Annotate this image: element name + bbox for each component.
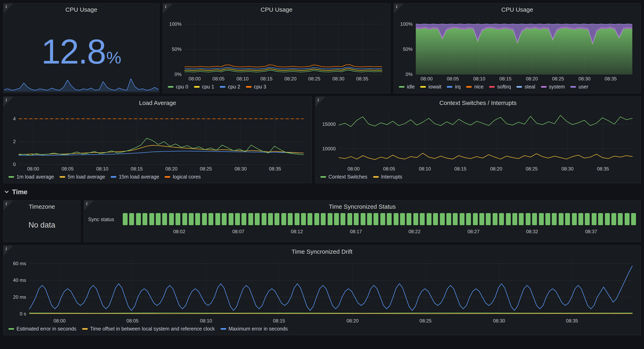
status-cell [440,213,444,225]
legend-item[interactable]: 15m load average [111,174,159,180]
panel-title[interactable]: Load Average [16,99,300,106]
dashboard-stage: i CPU Usage 12.8 % i CPU Usage 0%50%100%… [0,0,644,349]
panel-info-corner[interactable]: i [4,246,13,255]
panel-title[interactable]: Time Syncronized Status [96,203,628,210]
panel-info-corner[interactable]: i [394,3,404,13]
svg-text:08:20: 08:20 [166,166,178,171]
section-header-time[interactable]: Time [4,187,27,197]
legend-item[interactable]: system [541,84,565,90]
status-cell [228,213,233,225]
legend-item[interactable]: Time offset in between local system and … [82,326,215,332]
legend-label: cpu 0 [176,84,188,90]
legend-swatch [570,86,576,88]
legend-swatch [111,176,116,178]
legend-swatch [8,328,14,330]
svg-text:08:15: 08:15 [260,76,272,81]
legend-swatch [373,176,378,178]
load-average-chart[interactable]: 02408:0008:0508:1008:1508:2008:2508:3008… [7,108,308,172]
legend-item[interactable]: cpu 1 [194,84,214,90]
status-cell [176,213,180,225]
panel-info-corner[interactable]: i [4,201,13,210]
panel-title[interactable]: Time Syncronized Drift [16,248,628,255]
legend-item[interactable]: Context Switches [320,174,367,180]
status-cell [512,213,517,225]
legend-item[interactable]: cpu 2 [220,84,240,90]
legend-label: 1m load average [16,174,54,180]
legend-item[interactable]: steal [516,84,535,90]
panel-title[interactable]: CPU Usage [16,6,147,13]
legend-label: system [549,84,565,90]
svg-text:08:30: 08:30 [562,166,574,171]
chart-legend: Context SwitchesInterrupts [319,172,637,181]
legend-item[interactable]: 1m load average [8,174,54,180]
context-switches-chart[interactable]: 100001500008:0008:0508:1008:1508:2008:25… [319,108,637,172]
legend-item[interactable]: nice [466,84,484,90]
legend-item[interactable]: user [570,84,588,90]
panel-info-corner[interactable]: i [4,3,13,13]
legend-label: Context Switches [328,174,367,180]
panel-timezone: i Timezone No data [3,200,80,242]
svg-text:08:35: 08:35 [356,76,368,81]
status-cell [149,213,154,225]
legend-item[interactable]: softirq [489,84,511,90]
legend-item[interactable]: Estimated error in seconds [8,326,76,332]
stat-sparkline [4,75,158,92]
panel-cpu-usage-stat: i CPU Usage 12.8 % [3,3,160,93]
panel-title[interactable]: Timezone [16,203,68,210]
x-axis-label: 08:27 [468,229,480,234]
cpu-modes-stacked-chart[interactable]: 0%50%100%08:0008:0508:1008:1508:2008:250… [397,15,637,82]
panel-info-corner[interactable]: i [163,3,173,13]
status-history-cells[interactable] [123,213,636,225]
x-axis-label: 08:02 [173,229,185,234]
svg-text:0 s: 0 s [20,311,26,317]
legend-item[interactable]: irq [447,84,461,90]
svg-text:08:05: 08:05 [383,166,395,171]
panel-info-corner[interactable]: i [4,97,13,107]
status-cell [275,213,280,225]
legend-swatch [165,176,170,178]
time-drift-chart[interactable]: 0 s20 ms40 ms60 ms08:0008:0508:1008:1508… [7,257,637,325]
panel-title[interactable]: CPU Usage [175,6,378,13]
legend-label: cpu 2 [228,84,240,90]
legend-item[interactable]: idle [399,84,415,90]
legend-label: irq [455,84,461,90]
panel-title[interactable]: Context Switches / Interrupts [328,99,628,106]
status-cell [288,213,292,225]
status-cell [242,213,246,225]
legend-item[interactable]: Interrupts [373,174,402,180]
cpu-per-core-chart[interactable]: 0%50%100%08:0008:0508:1008:1508:2008:250… [166,15,387,82]
status-cell [532,213,537,225]
chart-legend: 1m load average5m load average15m load a… [7,172,308,181]
status-cell [605,213,610,225]
legend-label: softirq [497,84,511,90]
status-cell [559,213,564,225]
status-cell [565,213,570,225]
status-cell [572,213,576,225]
info-icon: i [165,4,166,9]
legend-item[interactable]: Maximum error in seconds [220,326,288,332]
panel-info-corner[interactable]: i [316,97,325,107]
panel-context-switches: i Context Switches / Interrupts 10000150… [315,96,641,183]
x-axis-label: 08:37 [585,229,597,234]
legend-item[interactable]: 5m load average [60,174,105,180]
legend-item[interactable]: cpu 0 [168,84,188,90]
svg-text:10000: 10000 [322,146,336,151]
legend-item[interactable]: logical cores [165,174,201,180]
legend-item[interactable]: cpu 3 [246,84,266,90]
status-cell [182,213,187,225]
panel-cpu-usage-per-core: i CPU Usage 0%50%100%08:0008:0508:1008:1… [162,3,390,93]
status-cell [592,213,596,225]
panel-info-corner[interactable]: i [84,201,94,210]
status-cell [136,213,141,225]
panel-title[interactable]: CPU Usage [406,6,628,13]
svg-text:08:00: 08:00 [27,166,39,171]
status-cell [420,213,425,225]
svg-text:08:15: 08:15 [130,166,143,171]
legend-item[interactable]: iowait [420,84,441,90]
svg-text:0: 0 [13,162,16,167]
legend-label: logical cores [173,174,201,180]
svg-text:08:20: 08:20 [526,76,538,81]
chart-legend: cpu 0cpu 1cpu 2cpu 3 [166,82,387,91]
status-cell [202,213,207,225]
legend-swatch [420,86,426,88]
